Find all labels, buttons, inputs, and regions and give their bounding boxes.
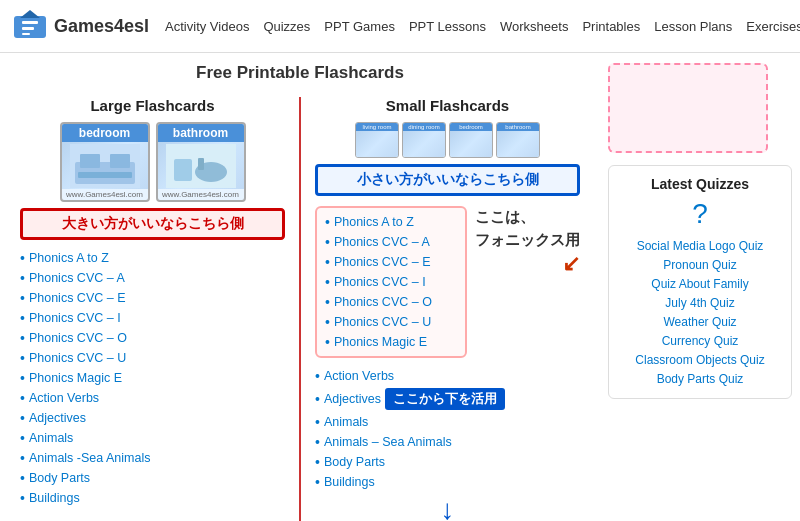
small-card-bathroom: bathroom [496, 122, 540, 158]
right-link-animals-sea[interactable]: Animals – Sea Animals [324, 435, 452, 449]
small-section-title: Small Flashcards [315, 97, 580, 114]
left-link-phonics-cvc-e[interactable]: Phonics CVC – E [29, 291, 126, 305]
quiz-list: Social Media Logo Quiz Pronoun Quiz Quiz… [619, 236, 781, 388]
small-flashcards-section: Small Flashcards living room dining room… [315, 97, 580, 521]
list-item: Phonics CVC – U [20, 348, 285, 368]
list-item: July 4th Quiz [619, 293, 781, 312]
svg-rect-3 [22, 27, 34, 30]
small-annotation: 小さい方がいいならこちら側 [315, 164, 580, 196]
svg-rect-13 [198, 158, 204, 170]
list-item: Phonics CVC – A [325, 232, 457, 252]
large-card-bedroom-url: www.Games4esl.com [66, 189, 143, 200]
left-link-action-verbs[interactable]: Action Verbs [29, 391, 99, 405]
right-sidebar: Latest Quizzes ? Social Media Logo Quiz … [600, 63, 800, 521]
nav-ppt-games[interactable]: PPT Games [324, 19, 395, 34]
left-link-animals[interactable]: Animals [29, 431, 73, 445]
list-item: Phonics CVC – E [325, 252, 457, 272]
nav-lesson-plans[interactable]: Lesson Plans [654, 19, 732, 34]
list-item: Animals -Sea Animals [20, 448, 285, 468]
quiz-link-classroom[interactable]: Classroom Objects Quiz [635, 353, 764, 367]
list-item: Phonics Magic E [20, 368, 285, 388]
right-link-phonics-cvc-i[interactable]: Phonics CVC – I [334, 275, 426, 289]
quiz-link-body-parts[interactable]: Body Parts Quiz [657, 372, 744, 386]
left-link-phonics-a-z[interactable]: Phonics A to Z [29, 251, 109, 265]
left-link-phonics-cvc-u[interactable]: Phonics CVC – U [29, 351, 126, 365]
list-item: Phonics CVC – I [20, 308, 285, 328]
quiz-link-currency[interactable]: Currency Quiz [662, 334, 739, 348]
right-link-adjectives[interactable]: Adjectives [324, 392, 381, 406]
small-card-bathroom-img [497, 131, 539, 157]
quiz-link-pronoun[interactable]: Pronoun Quiz [663, 258, 736, 272]
right-link-phonics-cvc-o[interactable]: Phonics CVC – O [334, 295, 432, 309]
nav-quizzes[interactable]: Quizzes [263, 19, 310, 34]
list-item: Adjectives ここから下を活用 [315, 386, 580, 412]
small-card-living-room: living room [355, 122, 399, 158]
right-link-buildings[interactable]: Buildings [324, 475, 375, 489]
site-header: Games4esl Activity Videos Quizzes PPT Ga… [0, 0, 800, 53]
quiz-link-july4[interactable]: July 4th Quiz [665, 296, 734, 310]
right-link-phonics-a-z[interactable]: Phonics A to Z [334, 215, 414, 229]
svg-rect-11 [174, 159, 192, 181]
nav-activity-videos[interactable]: Activity Videos [165, 19, 249, 34]
list-item: Phonics CVC – O [20, 328, 285, 348]
svg-rect-8 [110, 154, 130, 168]
main-nav: Activity Videos Quizzes PPT Games PPT Le… [165, 19, 800, 34]
svg-rect-2 [22, 21, 38, 24]
svg-marker-1 [20, 10, 40, 18]
list-item: Phonics Magic E [325, 332, 457, 352]
large-card-bathroom-label: bathroom [158, 124, 244, 142]
right-link-body-parts[interactable]: Body Parts [324, 455, 385, 469]
list-item: Phonics A to Z [325, 212, 457, 232]
left-link-phonics-cvc-i[interactable]: Phonics CVC – I [29, 311, 121, 325]
list-item: Phonics CVC – I [325, 272, 457, 292]
left-link-body-parts[interactable]: Body Parts [29, 471, 90, 485]
small-card-bedroom: bedroom [449, 122, 493, 158]
nav-exercises[interactable]: Exercises [746, 19, 800, 34]
large-card-bathroom-url: www.Games4esl.com [162, 189, 239, 200]
list-item: Body Parts [20, 468, 285, 488]
nav-worksheets[interactable]: Worksheets [500, 19, 568, 34]
large-card-bedroom-img [62, 142, 148, 189]
left-link-phonics-magic-e[interactable]: Phonics Magic E [29, 371, 122, 385]
quiz-link-weather[interactable]: Weather Quiz [663, 315, 736, 329]
quiz-link-social-media[interactable]: Social Media Logo Quiz [637, 239, 764, 253]
quiz-link-family[interactable]: Quiz About Family [651, 277, 748, 291]
list-item: Animals – Sea Animals [315, 432, 580, 452]
list-item: Animals [315, 412, 580, 432]
center-column: Free Printable Flashcards Large Flashcar… [0, 63, 600, 521]
left-link-adjectives[interactable]: Adjectives [29, 411, 86, 425]
svg-rect-9 [78, 172, 132, 178]
left-link-phonics-cvc-o[interactable]: Phonics CVC – O [29, 331, 127, 345]
right-link-phonics-cvc-e[interactable]: Phonics CVC – E [334, 255, 431, 269]
right-link-phonics-cvc-u[interactable]: Phonics CVC – U [334, 315, 431, 329]
small-card-dining-room: dining room [402, 122, 446, 158]
page-title: Free Printable Flashcards [10, 63, 590, 83]
left-link-list: Phonics A to Z Phonics CVC – A Phonics C… [20, 248, 285, 508]
list-item: Body Parts [315, 452, 580, 472]
nav-ppt-lessons[interactable]: PPT Lessons [409, 19, 486, 34]
jp-annotation-phonics: ここは、フォニックス用 ↙ [475, 202, 580, 280]
right-link-phonics-magic-e[interactable]: Phonics Magic E [334, 335, 427, 349]
left-link-phonics-cvc-a[interactable]: Phonics CVC – A [29, 271, 125, 285]
right-link-animals[interactable]: Animals [324, 415, 368, 429]
small-card-living-room-img [356, 131, 398, 157]
list-item: Quiz About Family [619, 274, 781, 293]
left-link-buildings[interactable]: Buildings [29, 491, 80, 505]
list-item: Phonics A to Z [20, 248, 285, 268]
list-item: Currency Quiz [619, 331, 781, 350]
logo-text: Games4esl [54, 16, 149, 37]
right-link-list-other: Action Verbs Adjectives ここから下を活用 Animals… [315, 366, 580, 492]
large-card-bedroom: bedroom www.Games4esl.com [60, 122, 150, 202]
list-item: Adjectives [20, 408, 285, 428]
latest-quizzes-widget: Latest Quizzes ? Social Media Logo Quiz … [608, 165, 792, 399]
left-link-animals-sea[interactable]: Animals -Sea Animals [29, 451, 151, 465]
large-annotation: 大きい方がいいならこちら側 [20, 208, 285, 240]
small-card-dining-room-img [403, 131, 445, 157]
logo-area[interactable]: Games4esl [12, 8, 149, 44]
large-section-title: Large Flashcards [20, 97, 285, 114]
nav-printables[interactable]: Printables [582, 19, 640, 34]
right-link-phonics-cvc-a[interactable]: Phonics CVC – A [334, 235, 430, 249]
svg-rect-7 [80, 154, 100, 168]
right-link-action-verbs[interactable]: Action Verbs [324, 369, 394, 383]
down-arrow-icon: ↓ [315, 494, 580, 521]
